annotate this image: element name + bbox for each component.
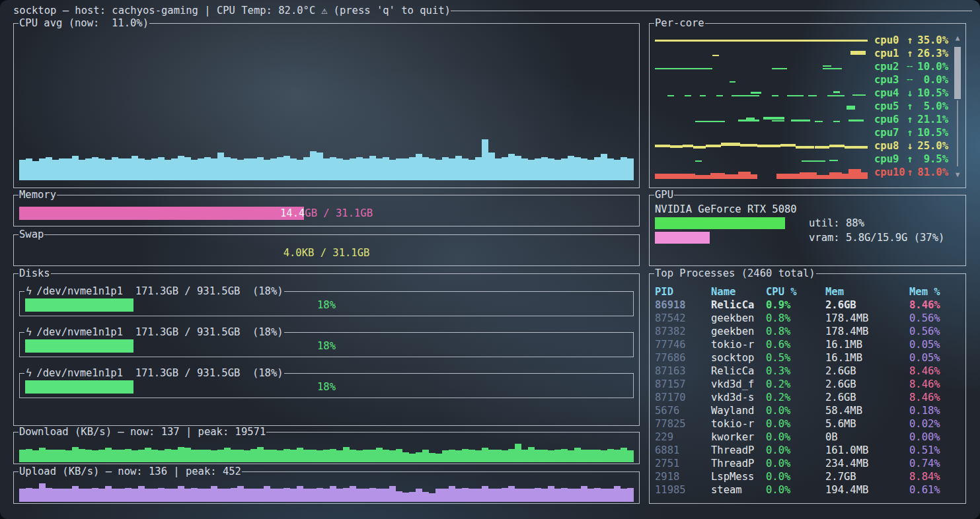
trend-up-icon: ↑	[905, 100, 915, 113]
chart-bar	[72, 156, 79, 180]
chart-bar	[535, 450, 541, 462]
chart-bar	[356, 157, 363, 180]
chart-bar	[310, 151, 317, 180]
process-row[interactable]: 6881ThreadP0.0%161.0MB0.51%	[655, 444, 960, 457]
process-row[interactable]: 2918LspMess0.0%2.7GB8.84%	[655, 470, 960, 483]
process-pid: 86918	[655, 298, 711, 312]
process-name: socktop	[711, 351, 766, 364]
process-row[interactable]: 77686socktop0.5%16.1MB0.05%	[655, 351, 960, 364]
disk-usage-gauge: 18%	[25, 298, 628, 312]
core-scrollbar[interactable]: ▲ ▼	[954, 34, 961, 180]
core-label: cpu8↓25.0%	[874, 139, 948, 153]
gpu-util-row: util: 88%	[655, 216, 960, 230]
core-name: cpu1	[874, 47, 905, 60]
chart-bar	[554, 450, 561, 462]
chart-bar	[528, 160, 535, 180]
chart-bar	[369, 156, 376, 180]
core-label: cpu4↓10.5%	[874, 86, 948, 100]
process-row[interactable]: 2751ThreadP0.0%234.4MB0.74%	[655, 457, 960, 470]
process-mem: 5.6MB	[825, 417, 909, 431]
process-row[interactable]: 86918RelicCa0.9%2.6GB8.46%	[655, 298, 960, 312]
chart-bar	[621, 448, 627, 462]
spark-segment	[712, 55, 719, 56]
chart-bar	[19, 160, 26, 180]
column-header-name[interactable]: Name	[711, 285, 766, 298]
column-header-mem[interactable]: Mem	[825, 285, 909, 298]
spark-segment	[850, 51, 866, 55]
chart-bar	[145, 160, 151, 180]
chart-bar	[231, 488, 237, 502]
disks-panel-header: Disks	[13, 267, 640, 280]
spark-segment	[732, 95, 759, 96]
chart-bar	[250, 449, 257, 462]
chart-bar	[211, 158, 217, 180]
process-row[interactable]: 87382geekben0.8%178.4MB0.56%	[655, 325, 960, 338]
core-sparkline	[655, 113, 868, 126]
chart-bar	[449, 486, 455, 502]
disk-item-1: ϟ/dev/nvme1n1p1 171.3GB / 931.5GB (18%)1…	[19, 332, 634, 357]
chart-bar	[250, 489, 257, 502]
chart-bar	[541, 450, 548, 462]
process-row[interactable]: 87170vkd3d-s0.2%2.6GB8.46%	[655, 391, 960, 404]
chart-bar	[231, 158, 237, 180]
process-row[interactable]: 87163RelicCa0.3%2.6GB8.46%	[655, 364, 960, 378]
column-header-mem[interactable]: Mem %	[909, 285, 960, 298]
spark-segment	[845, 146, 868, 149]
process-name: ThreadP	[711, 444, 766, 457]
chart-bar	[594, 450, 601, 462]
spark-segment	[848, 169, 861, 179]
process-row[interactable]: 5676Wayland0.0%58.4MB0.18%	[655, 404, 960, 417]
chart-bar	[178, 447, 184, 462]
chart-bar	[191, 450, 198, 462]
chart-bar	[601, 489, 607, 502]
chart-bar	[283, 488, 290, 502]
chart-bar	[52, 160, 59, 180]
core-row-cpu4: cpu4↓10.5%	[655, 86, 948, 100]
spark-segment	[817, 175, 829, 179]
chart-bar	[297, 486, 303, 502]
column-header-cpu[interactable]: CPU %	[766, 285, 825, 298]
chart-bar	[85, 450, 92, 462]
process-row[interactable]: 77746tokio-r0.6%16.1MB0.05%	[655, 338, 960, 351]
process-row[interactable]: 229kworker0.0%0B0.00%	[655, 431, 960, 444]
chart-bar	[198, 158, 204, 180]
trend-up-icon: ↑	[905, 153, 915, 166]
scroll-up-icon[interactable]: ▲	[954, 34, 961, 43]
trend-up-icon: ↑	[905, 126, 915, 139]
column-header-pid[interactable]: PID	[655, 285, 711, 298]
scrollbar-track[interactable]	[957, 100, 958, 166]
chart-bar	[224, 157, 231, 180]
process-row[interactable]: 87157vkd3d_f0.2%2.6GB8.46%	[655, 378, 960, 391]
process-mem: 2.6GB	[825, 391, 909, 404]
process-pid: 6881	[655, 444, 711, 457]
chart-bar	[224, 489, 231, 502]
process-mem: 2.7GB	[825, 470, 909, 483]
core-label: cpu6↑21.1%	[874, 113, 948, 126]
chart-bar	[535, 488, 541, 502]
processes-panel: Top Processes (2460 total) PIDNameCPU %M…	[649, 273, 966, 504]
chart-bar	[277, 489, 283, 502]
chart-bar	[59, 489, 65, 502]
chart-bar	[303, 489, 310, 502]
chart-bar	[554, 489, 561, 502]
chart-bar	[488, 153, 495, 180]
process-row[interactable]: 77825tokio-r0.0%5.6MB0.02%	[655, 417, 960, 431]
chart-bar	[449, 158, 455, 180]
trend-down-icon: ↓	[905, 86, 915, 100]
trend-up-icon: ↑	[905, 166, 915, 179]
chart-bar	[270, 489, 277, 502]
scroll-down-icon[interactable]: ▼	[954, 170, 961, 180]
chart-bar	[323, 158, 330, 180]
scrollbar-thumb[interactable]	[954, 47, 961, 99]
process-row[interactable]: 87542geekben0.8%178.4MB0.56%	[655, 312, 960, 325]
gpu-panel-header: GPU	[649, 188, 966, 201]
spark-segment	[791, 120, 810, 121]
spark-segment	[796, 146, 815, 149]
chart-bar	[396, 491, 402, 502]
process-row[interactable]: 11985steam0.0%194.4MB0.61%	[655, 483, 960, 497]
spark-segment	[833, 91, 840, 93]
chart-bar	[26, 488, 32, 502]
chart-bar	[178, 156, 184, 180]
chart-bar	[198, 450, 204, 462]
process-cpu-percent: 0.0%	[766, 431, 825, 444]
